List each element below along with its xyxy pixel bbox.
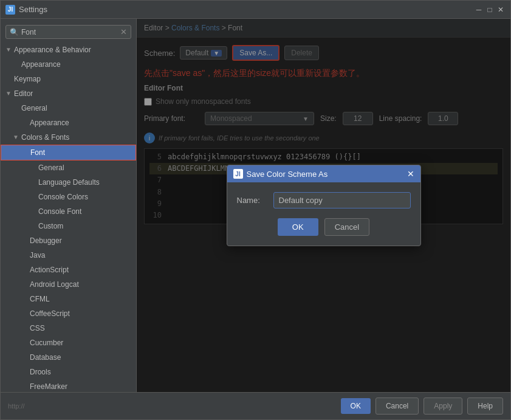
tree-toggle-icon: ▼ xyxy=(5,88,14,100)
sidebar-item-cucumber[interactable]: Cucumber xyxy=(1,336,136,350)
sidebar-item-drools[interactable]: Drools xyxy=(1,365,136,379)
sidebar-item-label: Java xyxy=(30,249,131,261)
sidebar-item-java[interactable]: Java xyxy=(1,248,136,263)
modal-title-bar: JI Save Color Scheme As ✕ xyxy=(227,165,420,182)
sidebar-item-coffee-script[interactable]: CoffeeScript xyxy=(1,306,136,321)
app-icon: JI xyxy=(5,5,15,15)
sidebar-item-console-font[interactable]: Console Font xyxy=(1,204,136,219)
save-color-scheme-modal: JI Save Color Scheme As ✕ Name: OK Cance… xyxy=(227,165,421,246)
sidebar-item-keymap[interactable]: Keymap xyxy=(1,72,136,86)
window-title: Settings xyxy=(19,5,474,14)
sidebar-item-label: Keymap xyxy=(14,73,131,85)
modal-app-icon: JI xyxy=(233,169,243,179)
sidebar-item-label: Appearance & Behavior xyxy=(14,44,131,56)
sidebar-item-custom[interactable]: Custom xyxy=(1,219,136,233)
sidebar-item-debugger[interactable]: Debugger xyxy=(1,233,136,248)
help-button[interactable]: Help xyxy=(467,398,503,415)
sidebar-item-label: ActionScript xyxy=(30,264,131,276)
minimize-button[interactable]: ─ xyxy=(474,5,484,15)
tree-toggle-icon: ▼ xyxy=(5,44,14,56)
sidebar-item-label: General xyxy=(38,162,131,174)
sidebar-item-label: CFML xyxy=(30,293,131,305)
sidebar-item-database[interactable]: Database xyxy=(1,350,136,365)
sidebar-item-label: FreeMarker xyxy=(30,380,131,392)
sidebar-item-action-script[interactable]: ActionScript xyxy=(1,263,136,277)
modal-name-row: Name: xyxy=(237,192,411,208)
search-input[interactable] xyxy=(21,28,120,36)
sidebar-item-cfml[interactable]: CFML xyxy=(1,292,136,306)
sidebar-item-css[interactable]: CSS xyxy=(1,321,136,336)
ok-button[interactable]: OK xyxy=(341,398,371,414)
modal-buttons: OK Cancel xyxy=(237,218,411,236)
modal-ok-button[interactable]: OK xyxy=(278,218,318,236)
sidebar-item-label: Editor xyxy=(14,88,131,100)
sidebar-item-label: CoffeeScript xyxy=(30,308,131,320)
sidebar-item-label: Drools xyxy=(30,366,131,378)
sidebar-item-label: Language Defaults xyxy=(38,176,131,188)
modal-cancel-button[interactable]: Cancel xyxy=(324,218,369,236)
bottom-bar: http:// OK Cancel Apply Help xyxy=(1,392,510,419)
sidebar-item-label: CSS xyxy=(30,322,131,334)
sidebar-item-console-colors[interactable]: Console Colors xyxy=(1,190,136,204)
maximize-button[interactable]: □ xyxy=(485,5,495,15)
watermark-text: http:// xyxy=(8,402,25,410)
sidebar-item-label: Font xyxy=(30,146,131,159)
sidebar-item-label: Console Colors xyxy=(38,191,131,203)
sidebar-item-label: Android Logcat xyxy=(30,278,131,291)
sidebar-item-label: Database xyxy=(30,351,131,363)
main-area: 🔍 ✕ ▼ Appearance & Behavior Appearance K… xyxy=(1,19,510,392)
title-bar: JI Settings ─ □ ✕ xyxy=(1,1,510,19)
settings-window: JI Settings ─ □ ✕ 🔍 ✕ ▼ Appearance & Beh… xyxy=(0,0,511,420)
sidebar-item-label: Appearance xyxy=(21,58,131,71)
sidebar-item-label: Colors & Fonts xyxy=(21,131,131,143)
sidebar-item-general-sub[interactable]: General xyxy=(1,160,136,175)
tree-toggle-icon: ▼ xyxy=(13,131,21,143)
sidebar-item-free-marker[interactable]: FreeMarker xyxy=(1,379,136,392)
sidebar-item-android-logcat[interactable]: Android Logcat xyxy=(1,277,136,292)
sidebar-item-label: Debugger xyxy=(30,235,131,247)
modal-body: Name: OK Cancel xyxy=(227,182,420,246)
search-icon: 🔍 xyxy=(10,28,19,36)
sidebar-item-appearance-sub[interactable]: Appearance xyxy=(1,115,136,130)
sidebar-item-label: Console Font xyxy=(38,205,131,218)
search-box[interactable]: 🔍 ✕ xyxy=(5,25,131,39)
close-button[interactable]: ✕ xyxy=(496,5,506,15)
modal-overlay: JI Save Color Scheme As ✕ Name: OK Cance… xyxy=(137,19,510,392)
sidebar-item-label: Appearance xyxy=(30,117,131,129)
sidebar-item-appearance-behavior[interactable]: ▼ Appearance & Behavior xyxy=(1,43,136,57)
cancel-button[interactable]: Cancel xyxy=(376,398,419,415)
sidebar-item-appearance[interactable]: Appearance xyxy=(1,57,136,72)
sidebar-item-language-defaults[interactable]: Language Defaults xyxy=(1,175,136,190)
sidebar-item-editor[interactable]: ▼ Editor xyxy=(1,86,136,101)
modal-name-label: Name: xyxy=(237,196,267,205)
sidebar: 🔍 ✕ ▼ Appearance & Behavior Appearance K… xyxy=(1,19,137,392)
sidebar-item-colors-fonts[interactable]: ▼ Colors & Fonts xyxy=(1,130,136,145)
sidebar-item-font[interactable]: Font xyxy=(1,145,136,160)
search-clear-icon[interactable]: ✕ xyxy=(120,27,127,36)
modal-close-button[interactable]: ✕ xyxy=(407,169,414,179)
sidebar-item-general[interactable]: General xyxy=(1,101,136,115)
modal-title: Save Color Scheme As xyxy=(247,170,407,179)
window-controls: ─ □ ✕ xyxy=(474,5,506,15)
sidebar-item-label: General xyxy=(21,102,131,114)
sidebar-item-label: Custom xyxy=(38,220,131,232)
modal-name-input[interactable] xyxy=(273,192,411,208)
apply-button[interactable]: Apply xyxy=(424,398,462,415)
sidebar-item-label: Cucumber xyxy=(30,337,131,349)
main-content: Editor > Colors & Fonts > Font Scheme: D… xyxy=(137,19,510,392)
